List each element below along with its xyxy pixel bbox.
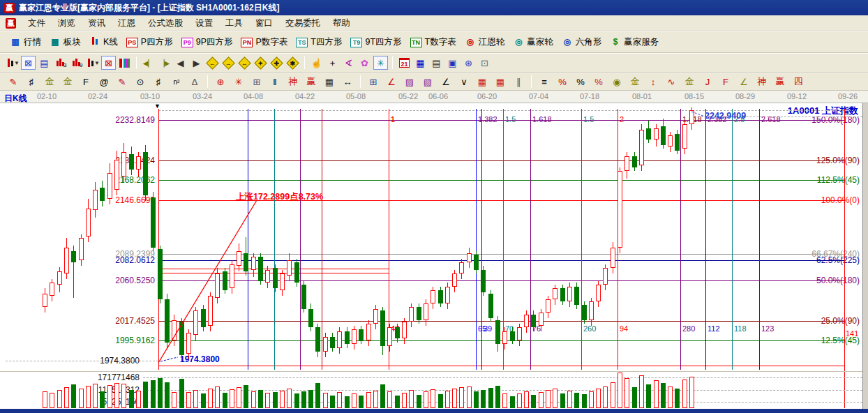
save-web-icon[interactable]: ⊛ [461,56,476,70]
first-bar-icon[interactable]: ◀▏ [141,56,156,70]
crosshair-icon[interactable]: + [325,56,340,70]
toolbar-button-江恩轮[interactable]: ◎江恩轮 [461,35,509,50]
f-angle-icon[interactable]: F [717,75,734,89]
menu-江恩[interactable]: 江恩 [112,16,142,30]
calculator-icon[interactable]: ▦ [413,56,428,70]
wave-tool-icon[interactable]: ∿ [663,75,680,89]
f-lines-icon[interactable]: F [77,75,94,89]
shift-left-icon[interactable]: ← [205,56,220,70]
pencil-grid-icon[interactable]: ✎ [114,75,130,89]
toolbar-button-T数字表[interactable]: TNT数字表 [406,35,461,50]
gold-lines-icon[interactable]: 金 [627,75,643,89]
bars-9-icon[interactable]: 9 [69,56,84,70]
dense-lines-icon[interactable]: ♯ [150,75,167,89]
red-grid-tool-icon[interactable]: ▦ [474,75,491,89]
notepad-icon[interactable]: ▤ [429,56,444,70]
save-icon[interactable]: ▣ [445,56,460,70]
four-angle-icon[interactable]: 四 [790,75,807,89]
ying-tool-icon[interactable]: 赢 [303,75,320,89]
gold-lines2-icon[interactable]: 金 [681,75,698,89]
percent-icon[interactable]: % [572,75,589,89]
prev-bar-icon[interactable]: ◀ [173,56,188,70]
candle-type-dropdown[interactable]: ▼ [85,56,100,70]
menu-交易委托[interactable]: 交易委托 [279,16,327,30]
expand-h-icon[interactable]: ↔ [237,56,252,70]
fan-box2-icon[interactable]: ▧ [419,75,436,89]
fan-lines-icon[interactable]: ∠ [383,75,400,89]
grid-123-icon[interactable]: ▦ [321,75,338,89]
calendar-icon[interactable]: 21 [397,56,412,70]
expand-all-icon[interactable]: ✚ [269,56,284,70]
info-document-icon[interactable]: ▤ [37,56,52,70]
spiral-icon[interactable]: @ [96,75,112,89]
width-arrow-icon[interactable]: ↔ [339,75,356,89]
volume-bar-down [632,387,637,408]
menu-公式选股[interactable]: 公式选股 [142,16,189,30]
star-web-icon[interactable]: ✳ [230,75,247,89]
gold-grid2-icon[interactable]: 金 [59,75,76,89]
menu-工具[interactable]: 工具 [219,16,249,30]
menu-文件[interactable]: 文件 [22,16,52,30]
smart-analysis-icon[interactable]: ✳ [373,56,388,70]
shen-angle-icon[interactable]: 神 [754,75,770,89]
fit-screen-icon[interactable]: ✱ [285,56,300,70]
next-bar-icon[interactable]: ▶ [189,56,204,70]
percent-lines-icon[interactable]: % [590,75,607,89]
toolbar-button-六角形[interactable]: ◎六角形 [558,35,606,50]
gann-pencil-icon[interactable]: ✎ [5,75,22,89]
toolbar-button-T四方形[interactable]: TST四方形 [292,35,346,50]
toolbar-button-P四方形[interactable]: PSP四方形 [122,35,177,50]
toolbar-button-行情[interactable]: ▦行情 [6,35,45,50]
toolbar-button-K线[interactable]: K线 [85,35,122,50]
toolbar-button-9P四方形[interactable]: P99P四方形 [177,35,237,50]
shen-tool-icon[interactable]: 神 [285,75,301,89]
j-angle-icon[interactable]: J [699,75,716,89]
fan-box-icon[interactable]: ▨ [401,75,418,89]
toolbar-button-板块[interactable]: ▩板块 [45,35,85,50]
toolbar-button-9T四方形[interactable]: T99T四方形 [346,35,405,50]
kline-style-dropdown[interactable]: ▼ [5,56,20,70]
quarter-marks-icon[interactable]: ǁ [267,75,283,89]
last-bar-icon[interactable]: ▕▶ [157,56,172,70]
compress-icon[interactable]: ✦ [253,56,268,70]
parallel-lines-icon[interactable]: ∥ [510,75,527,89]
circle-arrow-icon[interactable]: ⊙ [132,75,149,89]
circle-cross-icon[interactable]: ⊕ [212,75,229,89]
color-flag-icon[interactable] [117,56,132,70]
volume-bar-down [359,396,364,408]
ying-angle-icon[interactable]: 赢 [772,75,788,89]
blue-corner-grid-icon[interactable]: ⊞ [365,75,382,89]
red-grid2-tool-icon[interactable]: ▦ [492,75,509,89]
updown-mark-icon[interactable]: ↕ [645,75,661,89]
n-square-icon[interactable]: n² [168,75,185,89]
grid-lines-icon[interactable]: ♯ [23,75,40,89]
menu-窗口[interactable]: 窗口 [249,16,279,30]
candle-down [201,309,206,327]
toolbar-button-赢家服务[interactable]: $赢家服务 [606,35,663,50]
toolbar-button-P数字表[interactable]: PNP数字表 [237,35,292,50]
menu-资讯[interactable]: 资讯 [82,16,112,30]
gold-circle-icon[interactable]: ◉ [608,75,625,89]
percent-line-icon[interactable]: % [554,75,571,89]
menu-设置[interactable]: 设置 [189,16,219,30]
mirror-angle-icon[interactable]: ∆ [186,75,203,89]
menu-浏览[interactable]: 浏览 [52,16,82,30]
chart-network-icon[interactable]: ⊠ [21,56,36,70]
trend-angle-icon[interactable]: ∠ [437,75,454,89]
bars-3-icon[interactable]: 3 [53,56,68,70]
square-web-icon[interactable]: ⊞ [248,75,265,89]
pattern-tool-icon[interactable]: ✿ [357,56,372,70]
kline-chart-canvas[interactable]: 1A0001 上证指数 2232.8149150.0%(180)2189.742… [0,103,868,413]
gold-angle-icon[interactable]: ∠ [735,75,752,89]
fib-ratio-label: 1.618 [532,115,552,123]
export-pc-icon[interactable]: ⊡ [477,56,492,70]
zigzag-icon[interactable]: ∨ [456,75,472,89]
shift-right-icon[interactable]: → [221,56,236,70]
hand-tool-icon[interactable]: ☝ [309,56,324,70]
menu-帮助[interactable]: 帮助 [327,16,357,30]
toolbar-button-赢家轮[interactable]: ◎赢家轮 [509,35,558,50]
gold-grid-icon[interactable]: 金 [41,75,58,89]
red-grid-icon[interactable]: ⊠ [101,56,116,70]
angle-measure-icon[interactable]: ∢ [341,56,356,70]
price-list-icon[interactable]: ≡ [536,75,553,89]
